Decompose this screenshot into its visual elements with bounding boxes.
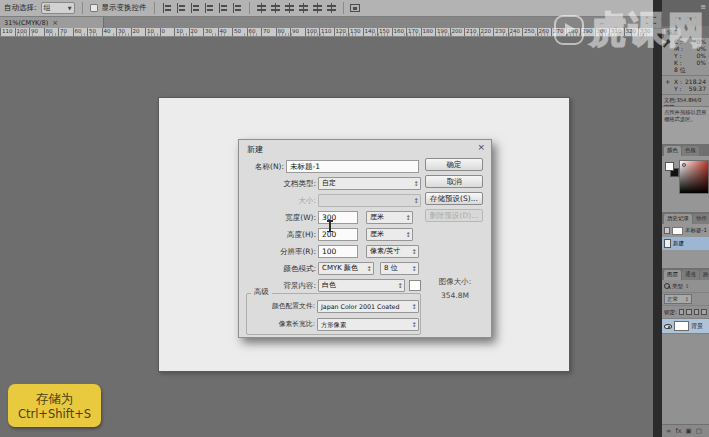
new-layer-icon[interactable]: ▢ <box>696 427 702 435</box>
color-picker-marker <box>682 163 686 167</box>
separator <box>154 2 155 14</box>
color-panel: 颜色 色板 <box>662 144 709 212</box>
background-color-swatch[interactable] <box>409 280 421 291</box>
ruler-number: 30 <box>203 28 218 37</box>
doc-type-dropdown[interactable]: 自定↕ <box>318 177 421 190</box>
tab-info[interactable]: 信息 <box>664 28 681 38</box>
align-right-edges-icon[interactable] <box>232 3 243 13</box>
tab-swatches[interactable]: 色板 <box>682 146 699 156</box>
resolution-unit-dropdown[interactable]: 像素/英寸↕ <box>366 245 419 258</box>
auto-select-dropdown[interactable]: 组 ▼ <box>41 2 75 14</box>
text-cursor-icon <box>329 221 331 231</box>
tab-color[interactable]: 颜色 <box>664 146 681 156</box>
height-input[interactable]: 200 <box>318 228 358 241</box>
history-item-selected[interactable]: 新建 <box>662 237 709 250</box>
distribute-bottom-edges-icon[interactable] <box>284 3 295 13</box>
stepper-icon: ↕ <box>406 213 411 223</box>
ruler-number: 300 <box>595 28 610 37</box>
tab-channels[interactable]: 通道 <box>682 270 699 280</box>
cancel-button[interactable]: 取消 <box>425 175 483 188</box>
history-panel-tabs: 历史记录 动作 <box>662 212 709 224</box>
document-tab[interactable]: 31%(CMYK/8) × <box>0 17 104 28</box>
ruler-number: 150 <box>377 28 392 37</box>
dialog-title: 新建 <box>247 144 263 155</box>
ruler-number: 210 <box>464 28 479 37</box>
layer-filter-row: 类型 ↕ <box>662 280 709 293</box>
tab-history[interactable]: 历史记录 <box>664 214 692 224</box>
lock-transparency-icon[interactable] <box>679 309 685 315</box>
horizontal-ruler[interactable]: 1101009080706050403020100102030405060708… <box>0 28 653 37</box>
color-mode-dropdown[interactable]: CMYK 颜色↕ <box>318 262 374 275</box>
info-row: K :0% <box>662 59 709 66</box>
aspect-label: 像素长宽比: <box>247 318 315 331</box>
width-label: 宽度(W): <box>239 211 316 224</box>
blend-mode-dropdown[interactable]: 正常 ↕ <box>664 294 692 304</box>
layers-panel-tabs: 图层 通道 路径 <box>662 268 709 280</box>
ruler-number: 20 <box>189 28 204 37</box>
align-horizontal-centers-icon[interactable] <box>218 3 229 13</box>
layer-thumbnail <box>674 321 689 331</box>
distribute-vertical-centers-icon[interactable] <box>270 3 281 13</box>
new-document-dialog: 新建 × 名称(N): 未标题-1 文档类型: 自定↕ 大小: ↕ 宽度(W):… <box>238 139 492 338</box>
aspect-dropdown[interactable]: 方形像素↕ <box>317 318 419 331</box>
width-input[interactable]: 300 <box>318 211 358 224</box>
tab-paths[interactable]: 路径 <box>700 270 709 280</box>
auto-select-label: 自动选择: <box>4 3 37 13</box>
name-input[interactable]: 未标题-1 <box>286 160 419 173</box>
distribute-left-edges-icon[interactable] <box>298 3 309 13</box>
document-tab-label: 31%(CMYK/8) <box>4 19 48 27</box>
document-size-row: 文档:354.8M/0 字节 <box>662 97 709 104</box>
ruler-number: 190 <box>435 28 450 37</box>
ok-button[interactable]: 确定 <box>425 158 483 171</box>
align-bottom-edges-icon[interactable] <box>190 3 201 13</box>
align-icons <box>162 2 360 14</box>
height-label: 高度(H): <box>239 228 316 241</box>
layer-visibility-eye-icon[interactable] <box>664 324 672 329</box>
save-preset-button[interactable]: 存储预设(S)... <box>425 192 483 205</box>
align-left-edges-icon[interactable] <box>204 3 215 13</box>
auto-align-layers-icon[interactable] <box>350 4 360 12</box>
height-unit-dropdown[interactable]: 厘米↕ <box>366 228 413 241</box>
snapshot-icon <box>664 227 670 234</box>
link-layers-icon[interactable]: ∞ <box>666 427 671 435</box>
layer-mask-icon[interactable]: ▣ <box>686 427 692 435</box>
dialog-close-icon[interactable]: × <box>477 142 485 152</box>
align-top-edges-icon[interactable] <box>162 3 173 13</box>
info-panel-tabs: 信息 <box>662 26 709 38</box>
ruler-number: 180 <box>421 28 436 37</box>
tooltip-title: 存储为 <box>36 391 74 407</box>
panel-menu-icon[interactable]: ≡ <box>700 3 706 11</box>
layer-name: 背景 <box>691 322 703 331</box>
foreground-color-swatch[interactable] <box>665 162 674 171</box>
color-mode-label: 颜色模式: <box>239 262 316 275</box>
lock-all-icon[interactable] <box>701 309 707 315</box>
width-unit-dropdown[interactable]: 厘米↕ <box>366 211 413 224</box>
bit-depth-dropdown[interactable]: 8 位↕ <box>380 262 419 275</box>
tab-layers[interactable]: 图层 <box>664 270 681 280</box>
ruler-number: 140 <box>363 28 378 37</box>
distribute-horizontal-centers-icon[interactable] <box>312 3 323 13</box>
search-icon <box>664 283 670 289</box>
ruler-number: 100 <box>15 28 30 37</box>
layer-row-background[interactable]: 背景 <box>662 319 709 334</box>
x-coordinate-row: X :218.24 <box>662 78 709 85</box>
shortcut-tooltip: 存储为 Ctrl+Shift+S <box>8 384 101 427</box>
ruler-number: 230 <box>493 28 508 37</box>
profile-dropdown[interactable]: Japan Color 2001 Coated↕ <box>317 300 419 313</box>
layer-style-fx-icon[interactable]: fx <box>675 427 681 435</box>
distribute-top-edges-icon[interactable] <box>256 3 267 13</box>
background-dropdown[interactable]: 白色↕ <box>318 279 405 292</box>
info-row: M :0% <box>662 45 709 52</box>
color-picker-gradient[interactable] <box>679 160 709 194</box>
lock-position-icon[interactable] <box>694 309 700 315</box>
tab-actions[interactable]: 动作 <box>693 214 709 224</box>
history-item[interactable]: 未标题-1 <box>662 224 709 237</box>
history-step-icon <box>664 239 671 248</box>
resolution-input[interactable]: 100 <box>318 245 358 258</box>
close-tab-icon[interactable]: × <box>52 19 58 27</box>
show-transform-checkbox[interactable] <box>90 4 98 12</box>
lock-pixels-icon[interactable] <box>686 309 692 315</box>
distribute-right-edges-icon[interactable] <box>326 3 337 13</box>
align-vertical-centers-icon[interactable] <box>176 3 187 13</box>
profile-label: 颜色配置文件: <box>247 300 315 313</box>
